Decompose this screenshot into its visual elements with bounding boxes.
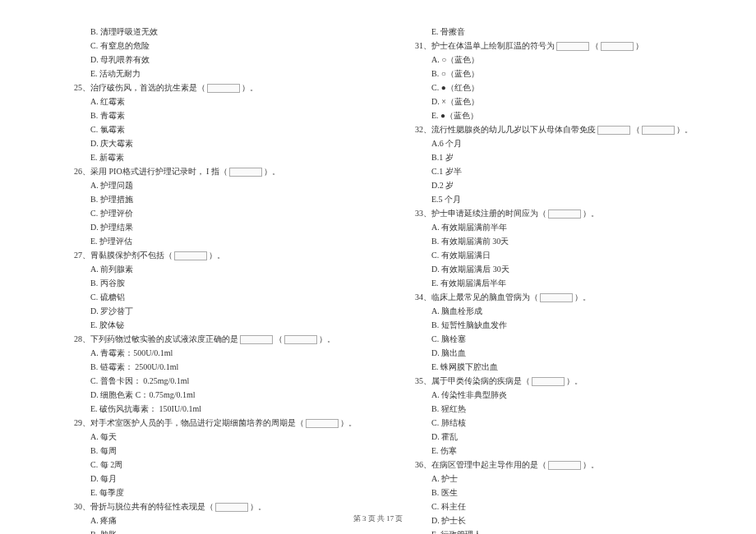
answer-option: A. ○（蓝色） bbox=[415, 53, 715, 67]
option-text: 护理措施 bbox=[100, 195, 133, 204]
answer-option: B. 肿胀 bbox=[74, 527, 374, 534]
option-label: C. bbox=[90, 292, 100, 302]
option-text: 青霉素 bbox=[100, 111, 125, 120]
option-text: ○（蓝色） bbox=[441, 55, 479, 64]
question-number: 29、 bbox=[74, 418, 90, 427]
question-text: 。 bbox=[685, 125, 693, 134]
option-label: A. bbox=[90, 181, 100, 190]
question-text: ） bbox=[635, 41, 643, 50]
answer-blank[interactable] bbox=[548, 209, 581, 219]
question-number: 28、 bbox=[74, 334, 90, 343]
question-stem: 29、对手术室医护人员的手，物品进行定期细菌培养的周期是（）。 bbox=[74, 416, 374, 430]
question-stem: 34、临床上最常见的脑血管病为（）。 bbox=[415, 290, 715, 304]
option-text: ○（蓝色） bbox=[441, 69, 479, 78]
option-label: C. bbox=[431, 334, 441, 343]
option-text: 每月 bbox=[100, 474, 117, 483]
answer-option: E. 每季度 bbox=[74, 486, 374, 499]
option-label: D. bbox=[90, 390, 100, 399]
question-stem: 36、在病区管理中起主导作用的是（）。 bbox=[415, 458, 715, 472]
option-text: 科主任 bbox=[441, 502, 466, 511]
option-label: D. bbox=[431, 348, 441, 357]
question-text: 在病区管理中起主导作用的是（ bbox=[431, 460, 546, 469]
answer-blank[interactable] bbox=[215, 503, 248, 512]
answer-blank[interactable] bbox=[207, 84, 240, 93]
answer-blank[interactable] bbox=[540, 293, 573, 302]
answer-option: D.2 岁 bbox=[415, 178, 715, 192]
answer-option: B. 青霉素 bbox=[74, 108, 374, 122]
option-text: 行政管理人 bbox=[440, 530, 482, 534]
option-label: D. bbox=[90, 139, 100, 148]
question-text: ）。 bbox=[209, 251, 225, 260]
answer-option: D. 母乳喂养有效 bbox=[74, 53, 374, 67]
answer-blank[interactable] bbox=[174, 251, 207, 260]
answer-blank[interactable] bbox=[601, 42, 634, 51]
answer-option: D. 庆大霉素 bbox=[74, 136, 374, 150]
option-text: 前列腺素 bbox=[100, 265, 133, 274]
option-label: A. bbox=[431, 474, 441, 483]
option-text: D.2 岁 bbox=[431, 181, 454, 190]
option-label: C. bbox=[90, 125, 100, 134]
question-text: ） bbox=[676, 125, 685, 134]
option-text: 蛛网膜下腔出血 bbox=[440, 362, 498, 371]
question-text: ）。 bbox=[250, 502, 266, 511]
option-text: 细胞色素 C：0.75mg/0.1ml bbox=[100, 390, 195, 399]
option-text: 护理评价 bbox=[100, 209, 133, 218]
answer-option: E. 护理评估 bbox=[74, 234, 374, 248]
question-text: 胃黏膜保护剂不包括（ bbox=[90, 251, 173, 260]
option-label: B. bbox=[90, 27, 100, 36]
answer-blank[interactable] bbox=[240, 335, 273, 344]
option-label: A. bbox=[431, 223, 441, 232]
answer-option: C. 护理评价 bbox=[74, 206, 374, 220]
option-text: 护理问题 bbox=[100, 181, 133, 190]
option-text: 每天 bbox=[100, 432, 117, 441]
option-label: A. bbox=[431, 306, 441, 315]
option-text: 护理评估 bbox=[99, 237, 132, 246]
answer-blank[interactable] bbox=[597, 126, 630, 135]
answer-blank[interactable] bbox=[229, 168, 262, 177]
answer-option: A. 护士 bbox=[415, 472, 715, 486]
answer-option: A. 护理问题 bbox=[74, 178, 374, 192]
answer-blank[interactable] bbox=[306, 419, 339, 428]
option-text: 氯霉素 bbox=[100, 125, 125, 134]
answer-option: E. 胶体铋 bbox=[74, 318, 374, 332]
answer-option: B. 清理呼吸道无效 bbox=[74, 25, 374, 39]
option-label: C. bbox=[431, 83, 441, 92]
option-label: B. bbox=[90, 111, 100, 120]
option-text: ●（红色） bbox=[441, 83, 479, 92]
option-text: 红霉素 bbox=[100, 97, 125, 106]
option-text: 罗沙替丁 bbox=[100, 306, 133, 315]
answer-option: B. 有效期届满前 30天 bbox=[415, 234, 715, 248]
answer-option: C. 脑栓塞 bbox=[415, 332, 715, 346]
answer-option: A.6 个月 bbox=[415, 136, 715, 150]
answer-option: E. 破伤风抗毒素： 150IU/0.1ml bbox=[74, 402, 374, 416]
answer-option: E. 新霉素 bbox=[74, 150, 374, 164]
answer-option: B. 短暂性脑缺血发作 bbox=[415, 318, 715, 332]
option-text: 护士 bbox=[441, 474, 458, 483]
answer-option: E. ●（蓝色） bbox=[415, 108, 715, 122]
option-text: 脑栓塞 bbox=[441, 334, 466, 343]
option-text: 破伤风抗毒素： 150IU/0.1ml bbox=[99, 404, 201, 413]
question-text: 护士申请延续注册的时间应为（ bbox=[431, 209, 546, 218]
option-label: A. bbox=[431, 55, 441, 64]
answer-blank[interactable] bbox=[642, 126, 675, 135]
option-text: 有效期届满前半年 bbox=[441, 223, 507, 232]
answer-blank[interactable] bbox=[532, 377, 565, 386]
answer-blank[interactable] bbox=[284, 335, 317, 344]
answer-blank[interactable] bbox=[548, 461, 581, 470]
option-label: B. bbox=[431, 488, 441, 497]
question-stem: 32、流行性腮腺炎的幼儿几岁以下从母体自带免疫（）。 bbox=[415, 122, 715, 136]
question-number: 34、 bbox=[415, 292, 431, 302]
question-number: 30、 bbox=[74, 502, 90, 511]
option-label: C. bbox=[431, 418, 441, 427]
option-label: E. bbox=[431, 362, 440, 371]
question-text: 对手术室医护人员的手，物品进行定期细菌培养的周期是（ bbox=[90, 418, 304, 427]
answer-option: B. 每周 bbox=[74, 444, 374, 458]
answer-option: A. 脑血栓形成 bbox=[415, 304, 715, 318]
option-text: 医生 bbox=[441, 488, 458, 497]
option-label: E. bbox=[431, 530, 440, 534]
option-text: 每季度 bbox=[99, 488, 124, 497]
answer-option: D. 护理结果 bbox=[74, 220, 374, 234]
option-text: 有窒息的危险 bbox=[100, 41, 150, 50]
option-text: ×（蓝色） bbox=[441, 97, 479, 106]
answer-blank[interactable] bbox=[556, 42, 589, 51]
